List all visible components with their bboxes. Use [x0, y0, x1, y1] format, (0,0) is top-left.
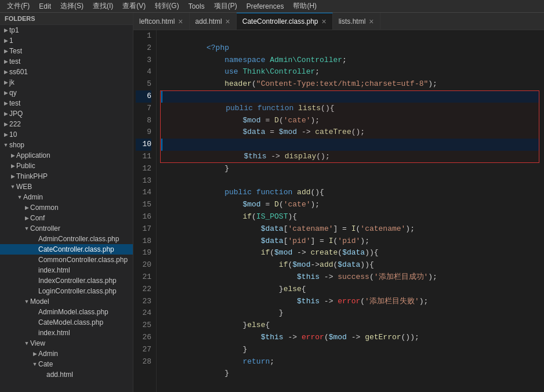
- code-line-3: use Think\Controller;: [161, 55, 539, 67]
- arrow-icon: ▶: [31, 351, 38, 357]
- sidebar-item-common[interactable]: ▶ Common: [0, 202, 133, 213]
- sidebar-item-admin[interactable]: ▼ Admin: [0, 192, 133, 202]
- arrow-icon: ▶: [2, 90, 9, 96]
- sidebar-item-shop[interactable]: ▼ shop: [0, 140, 133, 150]
- sidebar-file-catemodel[interactable]: CateModel.class.php: [0, 317, 133, 328]
- tab-label-lists: lists.html: [339, 17, 366, 26]
- arrow-icon: ▶: [9, 173, 16, 179]
- sidebar-item-model[interactable]: ▼ Model: [0, 296, 133, 307]
- code-line-9: $this -> assign('data',$data);: [161, 126, 539, 139]
- sidebar-item-web[interactable]: ▼ WEB: [0, 182, 133, 192]
- menu-edit[interactable]: Edit: [34, 1, 56, 12]
- arrow-icon: ▼: [23, 340, 30, 346]
- code-line-7: $mod = D('cate');: [161, 103, 539, 115]
- menu-project[interactable]: 项目(P): [209, 0, 242, 12]
- sidebar-item-view-admin[interactable]: ▶ Admin: [0, 349, 133, 359]
- arrow-icon: ▶: [2, 132, 9, 137]
- arrow-icon: ▶: [2, 59, 9, 64]
- code-area[interactable]: <?php namespace Admin\Controller; use Th…: [157, 30, 544, 392]
- sidebar-item-view-cate[interactable]: ▼ Cate: [0, 359, 133, 369]
- code-line-6: public function lists(){: [161, 90, 539, 103]
- code-line-17: $data['pid'] = I('pid');: [161, 223, 539, 235]
- code-line-4: header("Content-Type:text/html;charset=u…: [161, 66, 539, 78]
- sidebar-file-logincontroller[interactable]: LoginController.class.php: [0, 286, 133, 296]
- tab-close-lists[interactable]: ×: [369, 17, 373, 26]
- sidebar-item-conf[interactable]: ▶ Conf: [0, 213, 133, 223]
- code-line-16: $data['catename'] = I('catename');: [161, 211, 539, 223]
- sidebar-file-adminmodel[interactable]: AdminModel.class.php: [0, 307, 133, 317]
- menu-file[interactable]: 文件(F): [2, 0, 34, 12]
- editor-content: 12345 6 789 10 1112131415 1617181920 212…: [133, 30, 544, 392]
- code-line-24: }else{: [161, 307, 539, 320]
- arrow-icon: ▼: [23, 299, 30, 304]
- sidebar-item-Test[interactable]: ▶ Test: [0, 46, 133, 56]
- arrow-icon: ▼: [16, 194, 23, 200]
- arrow-icon: ▼: [23, 226, 30, 231]
- menu-select[interactable]: 选择(S): [56, 0, 88, 12]
- sidebar: FOLDERS ▶ tp1 ▶ 1 ▶ Test ▶ test ▶ ss601 …: [0, 13, 133, 392]
- arrow-icon: ▶: [2, 121, 9, 127]
- tab-close-leftcon[interactable]: ×: [178, 17, 183, 26]
- code-line-21: }else{: [161, 271, 539, 284]
- arrow-icon: ▶: [2, 48, 9, 54]
- sidebar-file-index-html-ctrl[interactable]: index.html: [0, 265, 133, 275]
- tabs-bar: leftcon.html × add.html × CateController…: [133, 13, 544, 30]
- sidebar-item-1[interactable]: ▶ 1: [0, 35, 133, 46]
- tab-leftcon[interactable]: leftcon.html ×: [133, 13, 190, 30]
- tab-label-add: add.html: [195, 17, 222, 26]
- code-line-28: }: [161, 356, 539, 368]
- sidebar-item-tp1[interactable]: ▶ tp1: [0, 25, 133, 35]
- arrow-icon: ▼: [31, 361, 38, 367]
- editor-area: leftcon.html × add.html × CateController…: [133, 13, 544, 392]
- menu-goto[interactable]: 转到(G): [150, 0, 183, 12]
- menu-view[interactable]: 查看(V): [118, 0, 150, 12]
- sidebar-item-view[interactable]: ▼ View: [0, 338, 133, 349]
- code-line-15: if(IS_POST){: [161, 199, 539, 211]
- code-line-2: namespace Admin\Controller;: [161, 42, 539, 55]
- sidebar-item-public[interactable]: ▶ Public: [0, 161, 133, 171]
- sidebar-item-222[interactable]: ▶ 222: [0, 119, 133, 129]
- menu-bar: 文件(F) Edit 选择(S) 查找(I) 查看(V) 转到(G) Tools…: [0, 0, 544, 13]
- arrow-icon: ▶: [23, 215, 30, 221]
- code-line-26: }: [161, 332, 539, 344]
- sidebar-file-admincontroller[interactable]: AdminController.class.php: [0, 234, 133, 244]
- sidebar-item-qy[interactable]: ▶ qy: [0, 88, 133, 98]
- tab-lists[interactable]: lists.html ×: [333, 13, 380, 30]
- code-line-10: $this -> display();: [161, 139, 539, 151]
- sidebar-item-ss601[interactable]: ▶ ss601: [0, 67, 133, 77]
- sidebar-item-test1[interactable]: ▶ test: [0, 56, 133, 67]
- arrow-icon: ▼: [9, 184, 16, 190]
- code-line-8: $data = $mod -> cateTree();: [161, 115, 539, 127]
- tab-catecontroller[interactable]: CateController.class.php ×: [237, 13, 333, 30]
- menu-tools[interactable]: Tools: [184, 1, 209, 12]
- tab-close-add[interactable]: ×: [226, 17, 230, 26]
- folders-header: FOLDERS: [0, 13, 133, 25]
- menu-find[interactable]: 查找(I): [88, 0, 118, 12]
- arrow-icon: ▶: [2, 100, 9, 106]
- arrow-icon: ▶: [2, 38, 9, 43]
- tab-add[interactable]: add.html ×: [190, 13, 237, 30]
- sidebar-file-indexcontroller[interactable]: IndexController.class.php: [0, 275, 133, 286]
- sidebar-file-catecontroller[interactable]: CateController.class.php: [0, 244, 133, 255]
- tab-close-catecontroller[interactable]: ×: [322, 17, 327, 26]
- sidebar-item-test2[interactable]: ▶ test: [0, 98, 133, 108]
- sidebar-item-JPQ[interactable]: ▶ JPQ: [0, 108, 133, 119]
- code-line-14: $mod = D('cate');: [161, 187, 539, 199]
- code-line-25: $this -> error($mod -> getError());: [161, 320, 539, 332]
- sidebar-item-thinkphp[interactable]: ▶ ThinkPHP: [0, 171, 133, 182]
- arrow-icon: ▶: [2, 111, 9, 117]
- arrow-icon: ▶: [9, 163, 16, 169]
- sidebar-item-application[interactable]: ▶ Application: [0, 150, 133, 161]
- menu-help[interactable]: 帮助(H): [288, 0, 321, 12]
- main-layout: FOLDERS ▶ tp1 ▶ 1 ▶ Test ▶ test ▶ ss601 …: [0, 13, 544, 392]
- code-line-19: if($mod->add($data)){: [161, 247, 539, 259]
- code-line-22: $this -> error('添加栏目失败');: [161, 284, 539, 296]
- sidebar-item-jk[interactable]: ▶ jk: [0, 77, 133, 88]
- sidebar-file-add-html[interactable]: add.html: [0, 369, 133, 380]
- menu-preferences[interactable]: Preferences: [242, 1, 289, 12]
- arrow-icon: ▶: [9, 153, 16, 158]
- sidebar-file-index-html-model[interactable]: index.html: [0, 328, 133, 338]
- sidebar-item-10[interactable]: ▶ 10: [0, 129, 133, 140]
- sidebar-file-commoncontroller[interactable]: CommonController.class.php: [0, 255, 133, 265]
- sidebar-item-controller[interactable]: ▼ Controller: [0, 223, 133, 234]
